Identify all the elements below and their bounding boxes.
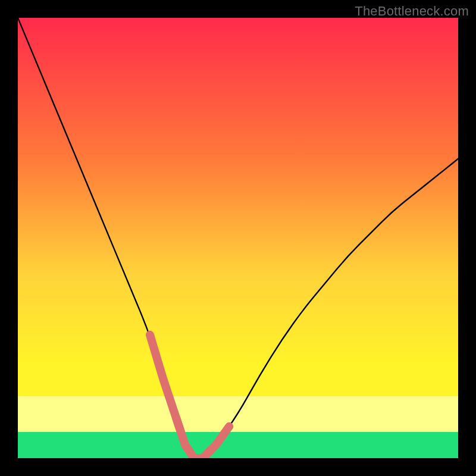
plot-area [18,18,458,458]
chart-frame: TheBottleneck.com [0,0,476,476]
bottleneck-chart [18,18,458,458]
gradient-background [18,18,458,458]
watermark-text: TheBottleneck.com [355,4,469,19]
